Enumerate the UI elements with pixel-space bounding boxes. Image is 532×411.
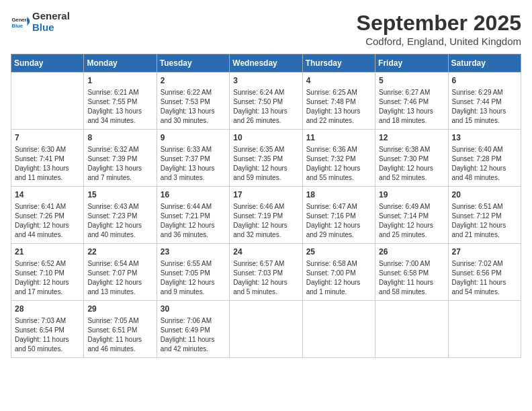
day-number: 1 bbox=[87, 75, 152, 87]
day-info: Sunrise: 7:02 AM Sunset: 6:56 PM Dayligh… bbox=[452, 259, 517, 297]
day-number: 22 bbox=[87, 246, 152, 258]
col-friday: Friday bbox=[375, 54, 448, 73]
day-number: 19 bbox=[379, 189, 444, 201]
svg-text:Blue: Blue bbox=[11, 23, 23, 29]
day-info: Sunrise: 6:24 AM Sunset: 7:50 PM Dayligh… bbox=[233, 88, 298, 126]
day-info: Sunrise: 6:44 AM Sunset: 7:21 PM Dayligh… bbox=[161, 202, 226, 240]
day-info: Sunrise: 6:52 AM Sunset: 7:10 PM Dayligh… bbox=[15, 259, 80, 297]
calendar-cell bbox=[230, 301, 302, 358]
calendar-cell: 25Sunrise: 6:58 AM Sunset: 7:00 PM Dayli… bbox=[302, 244, 375, 301]
day-info: Sunrise: 6:43 AM Sunset: 7:23 PM Dayligh… bbox=[87, 202, 152, 240]
week-row-2: 7Sunrise: 6:30 AM Sunset: 7:41 PM Daylig… bbox=[11, 130, 521, 187]
calendar-cell: 12Sunrise: 6:38 AM Sunset: 7:30 PM Dayli… bbox=[375, 130, 448, 187]
calendar-cell: 7Sunrise: 6:30 AM Sunset: 7:41 PM Daylig… bbox=[11, 130, 84, 187]
day-info: Sunrise: 6:46 AM Sunset: 7:19 PM Dayligh… bbox=[233, 202, 298, 240]
calendar-cell: 13Sunrise: 6:40 AM Sunset: 7:28 PM Dayli… bbox=[448, 130, 521, 187]
day-number: 10 bbox=[233, 132, 298, 144]
day-number: 17 bbox=[233, 189, 298, 201]
day-number: 13 bbox=[452, 132, 517, 144]
col-wednesday: Wednesday bbox=[230, 54, 302, 73]
calendar-cell: 4Sunrise: 6:25 AM Sunset: 7:48 PM Daylig… bbox=[302, 73, 375, 130]
day-info: Sunrise: 6:27 AM Sunset: 7:46 PM Dayligh… bbox=[379, 88, 444, 126]
calendar-cell bbox=[302, 301, 375, 358]
calendar-cell: 5Sunrise: 6:27 AM Sunset: 7:46 PM Daylig… bbox=[375, 73, 448, 130]
day-info: Sunrise: 6:40 AM Sunset: 7:28 PM Dayligh… bbox=[452, 145, 517, 183]
day-info: Sunrise: 6:30 AM Sunset: 7:41 PM Dayligh… bbox=[15, 145, 80, 183]
col-thursday: Thursday bbox=[302, 54, 375, 73]
logo-blue: Blue bbox=[32, 22, 70, 34]
day-number: 18 bbox=[306, 189, 371, 201]
week-row-3: 14Sunrise: 6:41 AM Sunset: 7:26 PM Dayli… bbox=[11, 187, 521, 244]
day-number: 7 bbox=[15, 132, 80, 144]
day-number: 15 bbox=[87, 189, 152, 201]
calendar-cell: 20Sunrise: 6:51 AM Sunset: 7:12 PM Dayli… bbox=[448, 187, 521, 244]
day-info: Sunrise: 6:38 AM Sunset: 7:30 PM Dayligh… bbox=[379, 145, 444, 183]
calendar-cell bbox=[11, 73, 84, 130]
calendar-cell: 23Sunrise: 6:55 AM Sunset: 7:05 PM Dayli… bbox=[157, 244, 229, 301]
day-info: Sunrise: 6:54 AM Sunset: 7:07 PM Dayligh… bbox=[87, 259, 152, 297]
calendar-cell: 22Sunrise: 6:54 AM Sunset: 7:07 PM Dayli… bbox=[84, 244, 157, 301]
calendar-cell: 18Sunrise: 6:47 AM Sunset: 7:16 PM Dayli… bbox=[302, 187, 375, 244]
day-number: 6 bbox=[452, 75, 517, 87]
day-number: 30 bbox=[161, 304, 226, 315]
logo: General Blue General Blue bbox=[11, 11, 70, 33]
title-block: September 2025 Codford, England, United … bbox=[357, 11, 521, 47]
col-monday: Monday bbox=[84, 54, 157, 73]
calendar-cell: 28Sunrise: 7:03 AM Sunset: 6:54 PM Dayli… bbox=[11, 301, 84, 358]
day-info: Sunrise: 7:00 AM Sunset: 6:58 PM Dayligh… bbox=[379, 259, 444, 297]
month-title: September 2025 bbox=[357, 11, 521, 36]
day-number: 8 bbox=[87, 132, 152, 144]
day-info: Sunrise: 6:47 AM Sunset: 7:16 PM Dayligh… bbox=[306, 202, 371, 240]
logo-icon: General Blue bbox=[11, 13, 30, 32]
calendar-cell: 11Sunrise: 6:36 AM Sunset: 7:32 PM Dayli… bbox=[302, 130, 375, 187]
week-row-5: 28Sunrise: 7:03 AM Sunset: 6:54 PM Dayli… bbox=[11, 301, 521, 358]
day-number: 9 bbox=[161, 132, 226, 144]
col-tuesday: Tuesday bbox=[157, 54, 229, 73]
day-info: Sunrise: 6:41 AM Sunset: 7:26 PM Dayligh… bbox=[15, 202, 80, 240]
day-number: 20 bbox=[452, 189, 517, 201]
calendar-cell: 14Sunrise: 6:41 AM Sunset: 7:26 PM Dayli… bbox=[11, 187, 84, 244]
day-info: Sunrise: 6:22 AM Sunset: 7:53 PM Dayligh… bbox=[161, 88, 226, 126]
day-number: 5 bbox=[379, 75, 444, 87]
day-info: Sunrise: 6:57 AM Sunset: 7:03 PM Dayligh… bbox=[233, 259, 298, 297]
day-info: Sunrise: 7:05 AM Sunset: 6:51 PM Dayligh… bbox=[87, 316, 152, 354]
calendar-cell: 21Sunrise: 6:52 AM Sunset: 7:10 PM Dayli… bbox=[11, 244, 84, 301]
day-info: Sunrise: 6:29 AM Sunset: 7:44 PM Dayligh… bbox=[452, 88, 517, 126]
calendar-cell: 27Sunrise: 7:02 AM Sunset: 6:56 PM Dayli… bbox=[448, 244, 521, 301]
day-info: Sunrise: 6:58 AM Sunset: 7:00 PM Dayligh… bbox=[306, 259, 371, 297]
calendar-cell bbox=[375, 301, 448, 358]
weekday-header-row: Sunday Monday Tuesday Wednesday Thursday… bbox=[11, 54, 521, 73]
day-number: 25 bbox=[306, 246, 371, 258]
calendar-cell: 6Sunrise: 6:29 AM Sunset: 7:44 PM Daylig… bbox=[448, 73, 521, 130]
calendar-cell: 15Sunrise: 6:43 AM Sunset: 7:23 PM Dayli… bbox=[84, 187, 157, 244]
day-number: 14 bbox=[15, 189, 80, 201]
week-row-4: 21Sunrise: 6:52 AM Sunset: 7:10 PM Dayli… bbox=[11, 244, 521, 301]
calendar-cell: 8Sunrise: 6:32 AM Sunset: 7:39 PM Daylig… bbox=[84, 130, 157, 187]
day-info: Sunrise: 6:36 AM Sunset: 7:32 PM Dayligh… bbox=[306, 145, 371, 183]
day-number: 2 bbox=[161, 75, 226, 87]
day-info: Sunrise: 6:51 AM Sunset: 7:12 PM Dayligh… bbox=[452, 202, 517, 240]
calendar-cell: 19Sunrise: 6:49 AM Sunset: 7:14 PM Dayli… bbox=[375, 187, 448, 244]
day-info: Sunrise: 6:55 AM Sunset: 7:05 PM Dayligh… bbox=[161, 259, 226, 297]
calendar-cell bbox=[448, 301, 521, 358]
calendar-cell: 10Sunrise: 6:35 AM Sunset: 7:35 PM Dayli… bbox=[230, 130, 302, 187]
calendar-cell: 29Sunrise: 7:05 AM Sunset: 6:51 PM Dayli… bbox=[84, 301, 157, 358]
day-number: 16 bbox=[161, 189, 226, 201]
day-number: 23 bbox=[161, 246, 226, 258]
calendar-table: Sunday Monday Tuesday Wednesday Thursday… bbox=[11, 54, 521, 358]
day-info: Sunrise: 6:25 AM Sunset: 7:48 PM Dayligh… bbox=[306, 88, 371, 126]
day-number: 12 bbox=[379, 132, 444, 144]
calendar-cell: 30Sunrise: 7:06 AM Sunset: 6:49 PM Dayli… bbox=[157, 301, 229, 358]
calendar-cell: 16Sunrise: 6:44 AM Sunset: 7:21 PM Dayli… bbox=[157, 187, 229, 244]
day-info: Sunrise: 7:03 AM Sunset: 6:54 PM Dayligh… bbox=[15, 316, 80, 354]
day-info: Sunrise: 6:49 AM Sunset: 7:14 PM Dayligh… bbox=[379, 202, 444, 240]
calendar-cell: 17Sunrise: 6:46 AM Sunset: 7:19 PM Dayli… bbox=[230, 187, 302, 244]
day-number: 29 bbox=[87, 304, 152, 315]
day-number: 4 bbox=[306, 75, 371, 87]
calendar-body: 1Sunrise: 6:21 AM Sunset: 7:55 PM Daylig… bbox=[11, 73, 521, 358]
calendar-cell: 1Sunrise: 6:21 AM Sunset: 7:55 PM Daylig… bbox=[84, 73, 157, 130]
calendar-cell: 2Sunrise: 6:22 AM Sunset: 7:53 PM Daylig… bbox=[157, 73, 229, 130]
day-info: Sunrise: 6:32 AM Sunset: 7:39 PM Dayligh… bbox=[87, 145, 152, 183]
col-sunday: Sunday bbox=[11, 54, 84, 73]
day-number: 3 bbox=[233, 75, 298, 87]
